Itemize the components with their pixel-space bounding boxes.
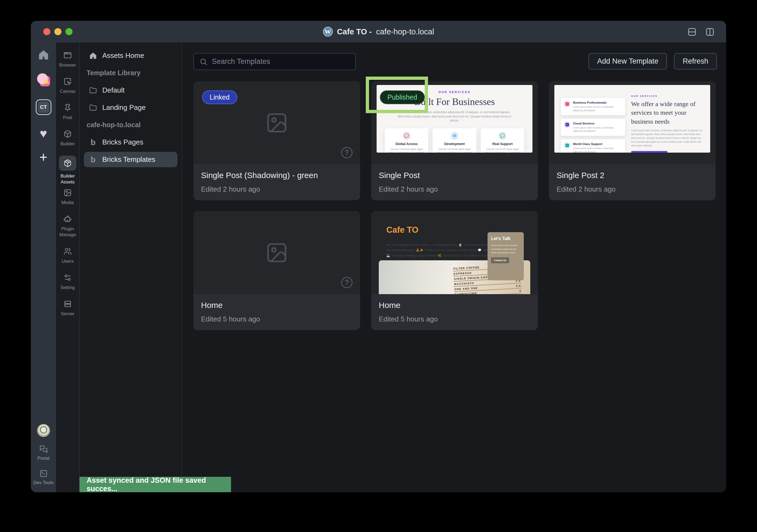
template-card-home-2[interactable]: Cafe TO We serve freshly brewed coffee ☕… xyxy=(371,211,538,330)
rail-item-label: Setting xyxy=(61,285,75,291)
users-icon xyxy=(63,247,72,256)
nav-item-default[interactable]: Default xyxy=(84,82,177,98)
bricks-logo-icon: b xyxy=(89,155,97,164)
linked-badge: Linked xyxy=(202,90,237,104)
site-icon-ct-selected[interactable]: CT xyxy=(36,99,51,115)
nav-item-label: Landing Page xyxy=(102,103,145,112)
app-window: W Cafe TO - cafe-hop-to.local CT ♥ + xyxy=(31,21,726,492)
template-edited-time: Edited 5 hours ago xyxy=(201,315,352,323)
server-icon xyxy=(63,299,72,308)
dev-tools-label: Dev Tools xyxy=(33,480,53,486)
zoom-window-button[interactable] xyxy=(66,28,73,35)
heart-icon[interactable]: ♥ xyxy=(40,128,47,139)
user-avatar[interactable] xyxy=(37,424,50,437)
templates-main: Add New Template Refresh Linked ? Single… xyxy=(182,43,726,492)
box-icon xyxy=(63,129,72,139)
contact-us-button: Contact Us xyxy=(491,257,509,263)
rail-item-post[interactable]: Post xyxy=(56,102,79,128)
dev-tools-button[interactable]: Dev Tools xyxy=(33,469,54,486)
rail-item-setting[interactable]: Setting xyxy=(56,271,79,297)
pin-icon xyxy=(63,103,72,112)
add-new-template-button[interactable]: Add New Template xyxy=(589,53,667,70)
split-horizontal-icon[interactable] xyxy=(687,27,697,37)
help-icon[interactable]: ? xyxy=(341,147,352,158)
rail-item-browser[interactable]: Browser xyxy=(56,49,79,75)
preview-feature-card: ✓ Business Professionals Lorem ipsum dol… xyxy=(561,98,625,115)
portal-button[interactable]: Portal xyxy=(33,445,54,461)
template-edited-time: Edited 5 hours ago xyxy=(379,315,530,323)
rail-item-plugin-manage[interactable]: Plugin Manage xyxy=(56,213,79,245)
template-thumbnail: Linked ? xyxy=(194,81,360,164)
rail-item-label: Builder Assets xyxy=(56,173,79,185)
preview-eyebrow: OUR SERVICES xyxy=(631,95,704,97)
service-title: Real Support xyxy=(484,142,521,146)
rail-item-builder[interactable]: Builder xyxy=(56,128,79,154)
close-window-button[interactable] xyxy=(43,28,50,35)
pink-app-icon[interactable] xyxy=(37,73,50,86)
puzzle-icon xyxy=(63,214,72,224)
browser-icon xyxy=(63,50,72,60)
titlebar: W Cafe TO - cafe-hop-to.local xyxy=(31,21,726,43)
minimize-window-button[interactable] xyxy=(54,28,61,35)
folder-icon xyxy=(89,104,97,111)
template-title: Single Post (Shadowing) - green xyxy=(201,171,352,180)
package-icon xyxy=(59,156,76,171)
template-card-single-post-2[interactable]: ✓ Business Professionals Lorem ipsum dol… xyxy=(549,81,715,200)
nav-item-assets-home[interactable]: Assets Home xyxy=(84,48,177,63)
toolbar-buttons: Add New Template Refresh xyxy=(589,53,717,70)
rail-item-builder-assets-selected[interactable]: Builder Assets xyxy=(56,154,79,186)
rail-item-label: Post xyxy=(63,115,72,121)
rail-item-label: Media xyxy=(61,200,74,206)
rail-item-label: Builder xyxy=(61,141,75,147)
cafe-logo: Cafe TO xyxy=(386,225,418,235)
nav-item-bricks-pages[interactable]: b Bricks Pages xyxy=(84,135,177,150)
rail-item-canvas[interactable]: Canvas xyxy=(56,75,79,102)
terminal-icon xyxy=(40,469,47,478)
preview-service-card: ⚙ Development Aenean commodo ligula egge… xyxy=(433,128,476,153)
folder-icon xyxy=(89,87,97,94)
preview-copy-column: OUR SERVICES We offer a wide range of se… xyxy=(631,91,704,153)
preview-feature-list: ✓ Business Professionals Lorem ipsum dol… xyxy=(561,91,625,153)
template-card-home-1[interactable]: ? Home Edited 5 hours ago xyxy=(194,211,360,330)
wordpress-logo-icon: W xyxy=(323,27,333,37)
image-placeholder-icon xyxy=(265,111,288,135)
feature-text: Lorem ipsum dolor sit amet, consectetur … xyxy=(573,126,622,133)
rail-item-server[interactable]: Server xyxy=(56,297,79,324)
nav-section-site: cafe-hop-to.local xyxy=(84,117,177,133)
service-text: Aenean commodo ligula egget dolor. Aenea… xyxy=(436,147,473,153)
window-title: W Cafe TO - cafe-hop-to.local xyxy=(323,27,434,37)
nav-section-template-library: Template Library xyxy=(84,65,177,80)
annotation-highlight-rectangle xyxy=(366,77,428,113)
search-icon xyxy=(199,58,207,66)
rail-item-media[interactable]: Media xyxy=(56,186,79,213)
rail-item-label: Canvas xyxy=(60,88,76,94)
search-input[interactable] xyxy=(212,57,350,66)
rail-item-users[interactable]: Users xyxy=(56,245,79,271)
template-thumbnail: Cafe TO We serve freshly brewed coffee ☕… xyxy=(371,211,538,294)
image-placeholder-icon xyxy=(265,241,288,265)
preview-service-card: 💬 Real Support Aenean commodo ligula egg… xyxy=(481,128,524,153)
nav-item-landing-page[interactable]: Landing Page xyxy=(84,100,177,115)
bricks-logo-icon: b xyxy=(89,138,97,147)
templates-grid: Linked ? Single Post (Shadowing) - green… xyxy=(194,81,717,330)
refresh-button[interactable]: Refresh xyxy=(674,53,717,70)
template-card-footer: Single Post 2 Edited 2 hours ago xyxy=(549,164,715,200)
nav-item-bricks-templates-selected[interactable]: b Bricks Templates xyxy=(84,152,177,167)
template-edited-time: Edited 2 hours ago xyxy=(379,185,530,194)
rail-item-label: Server xyxy=(61,311,75,317)
service-text: Aenean commodo ligula egget dolor. Aenea… xyxy=(484,147,521,153)
help-icon[interactable]: ? xyxy=(341,277,352,288)
home-icon[interactable] xyxy=(38,49,49,60)
split-vertical-icon[interactable] xyxy=(705,27,715,37)
template-card-single-post-shadowing[interactable]: Linked ? Single Post (Shadowing) - green… xyxy=(194,81,360,200)
search-box[interactable] xyxy=(194,53,356,70)
template-title: Home xyxy=(379,301,530,310)
success-toast: Asset synced and JSON file saved succes.… xyxy=(79,477,231,492)
feature-title: Business Professionals xyxy=(573,101,622,104)
chat-bubbles-icon xyxy=(40,445,47,453)
feature-text: Lorem ipsum dolor sit amet, consectetur … xyxy=(573,105,622,112)
template-card-footer: Home Edited 5 hours ago xyxy=(194,294,360,330)
add-site-button[interactable]: + xyxy=(39,152,47,163)
sliders-icon xyxy=(63,273,72,282)
outer-rail: CT ♥ + Portal Dev Tools xyxy=(31,43,56,492)
